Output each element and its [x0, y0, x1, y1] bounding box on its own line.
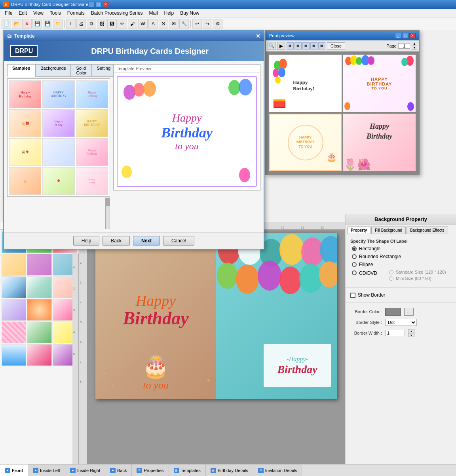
template-thumb-10[interactable]: 🎂: [9, 167, 41, 195]
status-tab-front[interactable]: ■ Front: [0, 465, 28, 476]
toolbar-tool[interactable]: 🔧: [179, 19, 189, 29]
radio-rectangle[interactable]: Rectangle: [352, 246, 451, 251]
radio-mini-size[interactable]: Mini Size (80 * 80): [389, 276, 446, 281]
scrollbar-thumb[interactable]: [106, 198, 110, 206]
cancel-button[interactable]: Cancel: [163, 236, 194, 246]
template-thumb-7[interactable]: 🎉🎈: [9, 138, 41, 166]
toolbar-img2[interactable]: 🖼: [107, 19, 117, 29]
bg-13[interactable]: [2, 322, 26, 343]
menu-view[interactable]: View: [30, 10, 47, 17]
help-button[interactable]: Help: [73, 236, 100, 246]
bg-10[interactable]: [2, 299, 26, 321]
prop-tab-fill[interactable]: Fill Background: [371, 227, 406, 234]
toolbar-img[interactable]: 🖼: [97, 19, 106, 29]
status-tab-invitation[interactable]: ✉ Invitation Details: [253, 465, 302, 476]
menu-formats[interactable]: Formats: [64, 10, 88, 17]
close-btn[interactable]: ✕: [103, 2, 109, 7]
status-tab-templates[interactable]: ▦ Templates: [169, 465, 206, 476]
print-page-up[interactable]: ▲: [412, 42, 417, 46]
print-zoom-btn[interactable]: 🔍: [268, 42, 276, 50]
border-color-swatch[interactable]: [385, 308, 401, 316]
back-button[interactable]: Back: [103, 236, 130, 246]
print-view-1[interactable]: ▦: [287, 42, 294, 50]
radio-standard-size[interactable]: Standard Size (120 * 120): [389, 270, 446, 274]
toolbar-undo[interactable]: ↩: [192, 19, 202, 29]
prop-tab-property[interactable]: Property: [347, 227, 370, 234]
print-view-3[interactable]: ▦: [302, 42, 310, 50]
canvas-scroll-area[interactable]: ✦ ✦ ✦ ★ ✦ ★ ✦ ★ Happy Birthday 🎂: [87, 230, 345, 464]
bg-14[interactable]: [27, 322, 51, 343]
toolbar-word[interactable]: W: [138, 19, 148, 29]
print-view-2[interactable]: ▦: [294, 42, 302, 50]
print-preview-maximize[interactable]: □: [402, 33, 408, 38]
template-scrollbar[interactable]: [105, 198, 110, 229]
toolbar-redo[interactable]: ↪: [203, 19, 212, 29]
tab-solid-color[interactable]: Solid Color: [71, 64, 91, 77]
print-close-btn[interactable]: Close: [327, 42, 345, 50]
toolbar-text[interactable]: T: [66, 19, 76, 29]
menu-batch[interactable]: Batch Processing Series: [88, 10, 146, 17]
radio-ellipse[interactable]: Ellipse: [352, 262, 451, 267]
toolbar-open[interactable]: 📂: [12, 19, 21, 29]
dialog-close-btn[interactable]: ✕: [256, 33, 260, 39]
template-thumb-8[interactable]: ···: [42, 138, 74, 166]
bg-8[interactable]: [27, 276, 51, 298]
template-thumb-2[interactable]: HAPPYBIRTHDAY: [42, 80, 74, 108]
print-view-4[interactable]: ▦: [310, 42, 317, 50]
print-page-down[interactable]: ▼: [412, 46, 417, 50]
border-style-select[interactable]: Dot Dash Solid Double: [385, 319, 417, 326]
toolbar-browse[interactable]: 📁: [53, 19, 63, 29]
radio-rounded-rect[interactable]: Rounded Rectangle: [352, 254, 451, 259]
template-thumb-5[interactable]: HappyB-day: [42, 109, 74, 137]
tab-samples[interactable]: Samples: [7, 64, 35, 77]
bg-16[interactable]: [2, 344, 26, 366]
menu-file[interactable]: File: [2, 10, 15, 17]
template-thumb-9[interactable]: HappyBirthday: [76, 138, 108, 166]
menu-buy[interactable]: Buy Now: [177, 10, 202, 17]
toolbar-font[interactable]: A: [148, 19, 158, 29]
border-width-input[interactable]: [385, 330, 405, 336]
menu-tools[interactable]: Tools: [47, 10, 64, 17]
toolbar-copy[interactable]: ⧉: [87, 19, 96, 29]
maximize-btn[interactable]: □: [95, 2, 102, 7]
status-tab-birthday[interactable]: 🎂 Birthday Details: [206, 465, 253, 476]
toolbar-symbol[interactable]: S: [159, 19, 168, 29]
status-tab-properties[interactable]: ⚙ Properties: [132, 465, 169, 476]
tab-backgrounds[interactable]: Backgrounds: [35, 64, 71, 77]
bg-4[interactable]: [2, 254, 26, 276]
menu-mail[interactable]: Mail: [146, 10, 161, 17]
radio-cddvd[interactable]: CD/DVD: [352, 270, 377, 276]
next-button[interactable]: Next: [133, 236, 160, 246]
template-thumb-6[interactable]: HAPPYBIRTHDAY: [76, 109, 108, 137]
tab-setting[interactable]: Setting: [92, 64, 116, 77]
border-color-browse[interactable]: …: [404, 308, 414, 316]
print-nav-btn[interactable]: ▶: [277, 42, 285, 50]
print-preview-minimize[interactable]: _: [395, 33, 401, 38]
print-page-input[interactable]: [398, 43, 410, 49]
bg-11[interactable]: [27, 299, 51, 321]
template-thumb-3[interactable]: HappyBirthday: [76, 80, 108, 108]
print-view-5[interactable]: ▦: [318, 42, 325, 50]
show-border-checkbox[interactable]: [350, 293, 355, 298]
prop-tab-effects[interactable]: Background Effects: [407, 227, 448, 234]
template-thumb-4[interactable]: 🎂🎁: [9, 109, 41, 137]
toolbar-save2[interactable]: 💾: [43, 19, 52, 29]
toolbar-email[interactable]: ✉: [169, 19, 179, 29]
toolbar-pen[interactable]: ✏: [118, 19, 127, 29]
bg-17[interactable]: [27, 344, 51, 366]
toolbar-close[interactable]: ✕: [22, 19, 32, 29]
status-tab-back[interactable]: ■ Back: [105, 465, 132, 476]
template-thumb-12[interactable]: HappyB-day: [76, 167, 108, 195]
template-thumb-11[interactable]: 🎈: [42, 167, 74, 195]
status-tab-inside-right[interactable]: ■ Inside Right: [65, 465, 105, 476]
toolbar-new[interactable]: 📄: [2, 19, 11, 29]
toolbar-brush[interactable]: 🖌: [128, 19, 137, 29]
template-thumb-1[interactable]: HappyBirthday: [9, 80, 41, 108]
status-tab-inside-left[interactable]: ■ Inside Left: [28, 465, 65, 476]
border-width-up[interactable]: ▲: [408, 329, 414, 333]
toolbar-extra[interactable]: ⚙: [213, 19, 222, 29]
toolbar-print[interactable]: 🖨: [76, 19, 86, 29]
minimize-btn[interactable]: _: [88, 2, 95, 7]
border-width-down[interactable]: ▼: [408, 333, 414, 337]
bg-5[interactable]: [27, 254, 51, 276]
